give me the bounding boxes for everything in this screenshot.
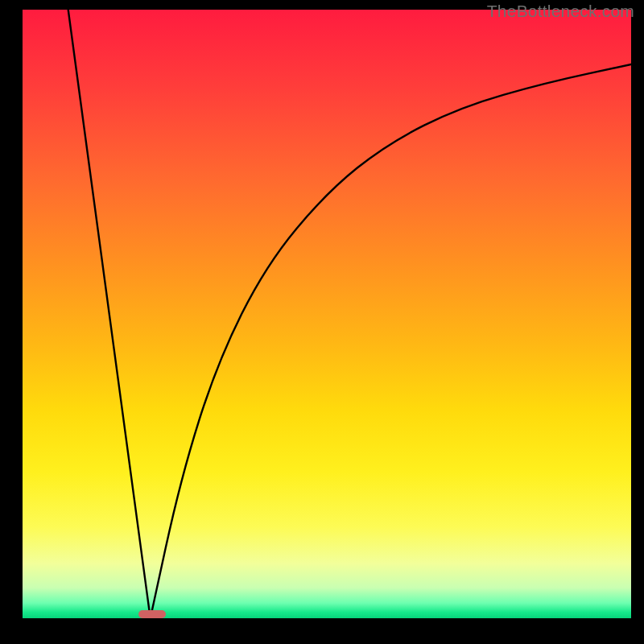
bottleneck-marker [138, 610, 167, 618]
curve-path [68, 10, 631, 618]
bottleneck-curve [23, 10, 631, 618]
chart-frame: TheBottleneck.com [0, 0, 644, 644]
plot-area [23, 10, 631, 618]
watermark-text: TheBottleneck.com [487, 2, 634, 21]
